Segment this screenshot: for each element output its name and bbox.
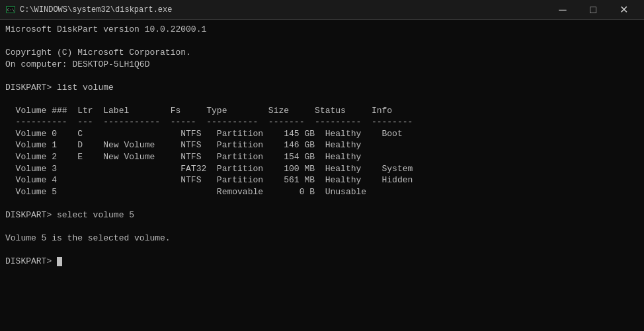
close-button[interactable]: ✕ [608,0,639,20]
cursor [57,257,62,266]
title-bar-buttons: ─ □ ✕ [547,0,639,20]
app-icon: C:\ [5,5,16,15]
maximize-button[interactable]: □ [578,0,608,20]
minimize-button[interactable]: ─ [547,0,578,20]
title-bar: C:\ C:\WINDOWS\system32\diskpart.exe ─ □… [0,0,644,20]
window: C:\ C:\WINDOWS\system32\diskpart.exe ─ □… [0,0,644,331]
title-bar-text: C:\WINDOWS\system32\diskpart.exe [20,5,547,15]
terminal[interactable]: Microsoft DiskPart version 10.0.22000.1 … [0,20,644,331]
svg-text:C:\: C:\ [7,7,15,12]
